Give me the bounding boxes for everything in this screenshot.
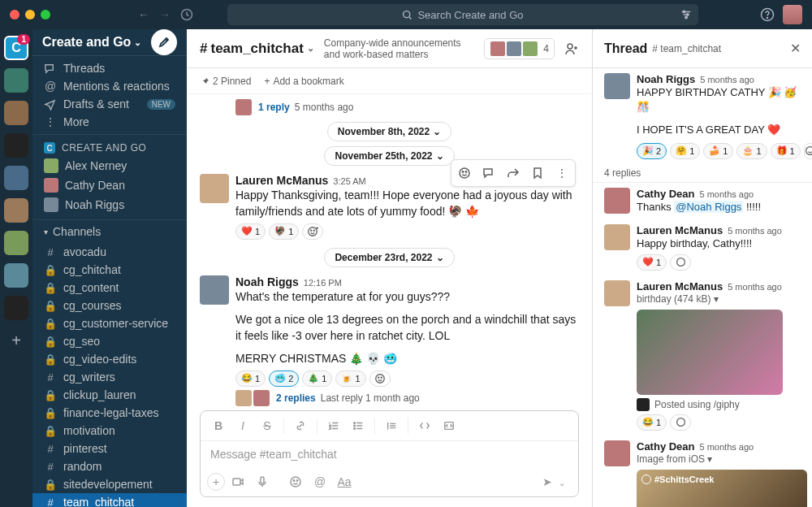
sidebar-channel-cg_content[interactable]: 🔒cg_content xyxy=(32,279,187,297)
workspace-icon[interactable] xyxy=(4,166,28,190)
sidebar-dm[interactable]: Noah Riggs xyxy=(32,195,187,214)
bookmark-button[interactable] xyxy=(526,162,549,184)
search-filter-button[interactable] xyxy=(680,9,692,20)
history-button[interactable] xyxy=(180,8,193,21)
minimize-window-button[interactable] xyxy=(25,10,35,20)
reaction[interactable]: 🍰1 xyxy=(703,143,733,159)
add-reaction-button[interactable] xyxy=(670,414,691,431)
add-reaction-button[interactable] xyxy=(453,162,476,184)
sidebar-channel-cg_customer-service[interactable]: 🔒cg_customer-service xyxy=(32,314,187,332)
reaction[interactable]: 🎉2 xyxy=(637,143,667,159)
reaction[interactable]: 🥶2 xyxy=(269,370,299,387)
bold-button[interactable]: B xyxy=(207,414,230,437)
thread-messages[interactable]: Noah Riggs5 months ago HAPPY BIRTHDAY CA… xyxy=(593,68,812,507)
message-author[interactable]: Noah Riggs xyxy=(637,73,695,85)
search-input[interactable]: Search Create and Go xyxy=(227,4,698,25)
sidebar-item-more[interactable]: ⋮ More xyxy=(32,113,187,131)
reaction[interactable]: 😂1 xyxy=(235,370,266,387)
add-reaction-button[interactable] xyxy=(670,254,691,271)
channels-section-header[interactable]: ▾ Channels xyxy=(32,220,187,243)
avatar[interactable] xyxy=(604,224,630,250)
sidebar-channel-cg_chitchat[interactable]: 🔒cg_chitchat xyxy=(32,261,187,279)
codeblock-button[interactable] xyxy=(438,414,460,437)
avatar[interactable] xyxy=(604,188,630,214)
attachment-label[interactable]: birthday (474 kB) ▾ xyxy=(637,292,801,306)
ordered-list-button[interactable] xyxy=(322,414,345,437)
add-reaction-button[interactable] xyxy=(369,370,391,387)
workspace-icon[interactable] xyxy=(4,263,28,288)
sidebar-dm[interactable]: Alex Nerney xyxy=(32,156,187,176)
avatar[interactable] xyxy=(604,73,630,99)
message-author[interactable]: Lauren McManus xyxy=(235,174,328,187)
emoji-button[interactable] xyxy=(284,470,307,493)
forward-button[interactable]: → xyxy=(159,8,171,21)
avatar[interactable] xyxy=(604,440,630,466)
sidebar-channel-pinterest[interactable]: #pinterest xyxy=(32,440,187,457)
pinned-button[interactable]: 2 Pinned xyxy=(200,76,251,87)
reaction[interactable]: ❤️1 xyxy=(637,254,667,271)
link-button[interactable] xyxy=(289,414,312,437)
reaction[interactable]: 🍺1 xyxy=(335,370,365,387)
video-button[interactable] xyxy=(227,470,249,493)
reaction[interactable]: 🦃1 xyxy=(269,223,299,240)
avatar[interactable] xyxy=(604,280,630,306)
channel-members-button[interactable]: 4 xyxy=(484,38,555,59)
sidebar-channel-avocadu[interactable]: #avocadu xyxy=(32,243,187,261)
gif-attachment[interactable] xyxy=(637,310,783,395)
reaction[interactable]: 🎂1 xyxy=(736,143,767,159)
date-divider[interactable]: December 23rd, 2022⌄ xyxy=(324,248,454,267)
sidebar-channel-sitedevelopement[interactable]: 🔒sitedevelopement xyxy=(32,475,187,493)
sidebar-channel-motivation[interactable]: 🔒motivation xyxy=(32,422,187,440)
workspace-icon-active[interactable]: C 1 xyxy=(4,36,28,60)
reply-thread-button[interactable] xyxy=(477,162,500,184)
user-avatar[interactable] xyxy=(783,5,802,24)
reaction[interactable]: 🎁1 xyxy=(771,143,801,159)
add-reaction-button[interactable] xyxy=(804,143,812,159)
channel-title[interactable]: # team_chitchat ⌄ xyxy=(200,41,314,57)
message-author[interactable]: Cathy Dean xyxy=(637,440,695,453)
workspace-icon[interactable] xyxy=(4,198,28,223)
share-button[interactable] xyxy=(502,162,525,184)
add-reaction-button[interactable] xyxy=(302,223,323,240)
reaction[interactable]: 🎄1 xyxy=(302,370,332,387)
date-divider[interactable]: November 8th, 2022⌄ xyxy=(327,122,451,141)
workspace-icon[interactable] xyxy=(4,231,28,255)
message-author[interactable]: Noah Riggs xyxy=(235,275,299,288)
audio-button[interactable] xyxy=(251,470,274,493)
add-bookmark-button[interactable]: + Add a bookmark xyxy=(264,76,343,87)
format-button[interactable]: Aa xyxy=(333,470,356,493)
close-window-button[interactable] xyxy=(10,10,19,20)
sidebar-channel-team_chitchat[interactable]: #team_chitchat xyxy=(32,493,187,507)
attach-button[interactable]: + xyxy=(207,473,225,491)
sidebar-channel-cg_courses[interactable]: 🔒cg_courses xyxy=(32,297,187,314)
reaction[interactable]: ❤️1 xyxy=(235,223,266,240)
reaction[interactable]: 🤗1 xyxy=(670,143,700,159)
compose-button[interactable] xyxy=(151,29,177,55)
italic-button[interactable]: I xyxy=(231,414,254,437)
code-button[interactable] xyxy=(413,414,436,437)
sidebar-channel-clickup_lauren[interactable]: 🔒clickup_lauren xyxy=(32,386,187,404)
avatar[interactable] xyxy=(200,275,229,305)
composer-input[interactable]: Message #team_chitchat xyxy=(201,441,578,467)
sidebar-channel-cg_writers[interactable]: #cg_writers xyxy=(32,368,187,386)
image-attachment[interactable]: #SchittsCreek xyxy=(637,470,807,507)
add-workspace-button[interactable]: + xyxy=(11,332,21,350)
sidebar-channel-cg_video-edits[interactable]: 🔒cg_video-edits xyxy=(32,350,187,368)
mention[interactable]: @Noah Riggs xyxy=(674,201,743,213)
help-button[interactable] xyxy=(760,7,775,22)
sidebar-org-header[interactable]: C CREATE AND GO xyxy=(32,140,187,156)
blockquote-button[interactable] xyxy=(380,414,403,437)
workspace-icon[interactable] xyxy=(4,68,28,93)
date-divider[interactable]: November 25th, 2022⌄ xyxy=(324,146,454,166)
thread-link[interactable]: 2 replies Last reply 1 month ago xyxy=(235,390,579,406)
sidebar-item-drafts[interactable]: Drafts & sent NEW xyxy=(32,95,187,113)
mention-button[interactable]: @ xyxy=(309,470,331,493)
more-actions-button[interactable]: ⋮ xyxy=(551,162,573,184)
back-button[interactable]: ← xyxy=(138,8,149,21)
send-button[interactable]: ➤ ⌄ xyxy=(536,472,572,492)
maximize-window-button[interactable] xyxy=(41,10,50,20)
workspace-icon[interactable] xyxy=(4,101,28,125)
close-thread-button[interactable]: ✕ xyxy=(790,41,801,56)
workspace-icon[interactable] xyxy=(4,296,28,320)
attachment-label[interactable]: Image from iOS ▾ xyxy=(637,453,801,466)
